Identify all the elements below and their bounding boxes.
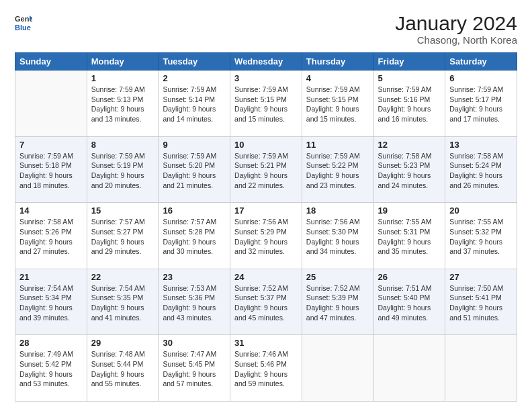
table-row: 30 Sunrise: 7:47 AM Sunset: 5:45 PM Dayl… [159,335,230,402]
day-daylight: Daylight: 9 hours and 15 minutes. [306,104,369,124]
day-sunrise: Sunrise: 7:53 AM [163,283,226,293]
table-row: 2 Sunrise: 7:59 AM Sunset: 5:14 PM Dayli… [159,71,230,137]
table-row: 17 Sunrise: 7:56 AM Sunset: 5:29 PM Dayl… [230,203,302,269]
day-sunrise: Sunrise: 7:51 AM [378,283,441,293]
table-row [302,335,373,402]
table-row: 20 Sunrise: 7:55 AM Sunset: 5:32 PM Dayl… [445,203,517,269]
table-row: 9 Sunrise: 7:59 AM Sunset: 5:20 PM Dayli… [159,136,230,203]
day-sunset: Sunset: 5:36 PM [163,293,226,303]
day-daylight: Daylight: 9 hours and 21 minutes. [163,171,226,190]
table-row: 28 Sunrise: 7:49 AM Sunset: 5:42 PM Dayl… [15,335,87,402]
day-daylight: Daylight: 9 hours and 51 minutes. [449,303,513,322]
day-number: 30 [163,338,226,348]
table-row: 4 Sunrise: 7:59 AM Sunset: 5:15 PM Dayli… [302,71,373,137]
day-daylight: Daylight: 9 hours and 49 minutes. [378,303,441,322]
col-tuesday: Tuesday [159,53,230,71]
day-daylight: Daylight: 9 hours and 39 minutes. [19,303,83,322]
day-number: 17 [234,205,298,216]
day-sunset: Sunset: 5:15 PM [234,95,298,105]
day-number: 21 [19,272,83,282]
day-sunset: Sunset: 5:46 PM [234,359,298,369]
day-sunrise: Sunrise: 7:54 AM [91,283,154,293]
col-sunday: Sunday [15,53,87,71]
page: General Blue January 2024 Chasong, North… [0,0,532,411]
day-number: 26 [378,272,441,282]
logo: General Blue [15,12,32,36]
calendar-week-row: 21 Sunrise: 7:54 AM Sunset: 5:34 PM Dayl… [15,269,517,335]
day-sunset: Sunset: 5:31 PM [378,227,441,237]
day-sunset: Sunset: 5:27 PM [91,227,154,237]
day-sunset: Sunset: 5:40 PM [378,293,441,303]
day-sunrise: Sunrise: 7:59 AM [91,85,154,95]
sub-title: Chasong, North Korea [395,34,517,46]
logo-svg: General Blue [15,12,32,36]
table-row [373,335,445,402]
day-number: 23 [163,272,226,282]
day-sunset: Sunset: 5:23 PM [378,161,441,171]
day-number: 12 [378,140,441,150]
table-row: 14 Sunrise: 7:58 AM Sunset: 5:26 PM Dayl… [15,203,87,269]
day-sunset: Sunset: 5:13 PM [91,95,154,105]
table-row: 27 Sunrise: 7:50 AM Sunset: 5:41 PM Dayl… [445,269,517,335]
day-sunrise: Sunrise: 7:57 AM [91,217,154,227]
title-section: January 2024 Chasong, North Korea [395,12,517,46]
day-sunrise: Sunrise: 7:52 AM [234,283,298,293]
day-daylight: Daylight: 9 hours and 26 minutes. [449,171,513,190]
table-row: 24 Sunrise: 7:52 AM Sunset: 5:37 PM Dayl… [230,269,302,335]
day-daylight: Daylight: 9 hours and 14 minutes. [163,104,226,124]
day-number: 27 [449,272,513,282]
day-sunset: Sunset: 5:39 PM [306,293,369,303]
day-sunrise: Sunrise: 7:58 AM [449,151,513,161]
day-number: 28 [19,338,83,348]
day-number: 6 [449,73,513,83]
day-sunrise: Sunrise: 7:55 AM [449,217,513,227]
day-number: 7 [19,140,83,150]
day-daylight: Daylight: 9 hours and 29 minutes. [91,237,154,257]
day-number: 3 [234,73,298,83]
day-daylight: Daylight: 9 hours and 55 minutes. [91,369,154,389]
day-sunrise: Sunrise: 7:52 AM [306,283,369,293]
day-daylight: Daylight: 9 hours and 45 minutes. [234,303,298,322]
day-sunrise: Sunrise: 7:50 AM [449,283,513,293]
day-sunset: Sunset: 5:42 PM [19,359,83,369]
day-number: 31 [234,338,298,348]
table-row: 23 Sunrise: 7:53 AM Sunset: 5:36 PM Dayl… [159,269,230,335]
day-sunrise: Sunrise: 7:55 AM [378,217,441,227]
day-daylight: Daylight: 9 hours and 16 minutes. [378,104,441,124]
day-sunset: Sunset: 5:20 PM [163,161,226,171]
table-row: 7 Sunrise: 7:59 AM Sunset: 5:18 PM Dayli… [15,136,87,203]
day-number: 29 [91,338,154,348]
day-sunset: Sunset: 5:26 PM [19,227,83,237]
table-row: 5 Sunrise: 7:59 AM Sunset: 5:16 PM Dayli… [373,71,445,137]
day-sunrise: Sunrise: 7:59 AM [234,85,298,95]
day-sunset: Sunset: 5:32 PM [449,227,513,237]
day-sunset: Sunset: 5:24 PM [449,161,513,171]
table-row: 8 Sunrise: 7:59 AM Sunset: 5:19 PM Dayli… [87,136,159,203]
day-sunrise: Sunrise: 7:47 AM [163,349,226,359]
day-daylight: Daylight: 9 hours and 53 minutes. [19,369,83,389]
table-row: 19 Sunrise: 7:55 AM Sunset: 5:31 PM Dayl… [373,203,445,269]
day-number: 4 [306,73,369,83]
day-sunset: Sunset: 5:37 PM [234,293,298,303]
table-row: 25 Sunrise: 7:52 AM Sunset: 5:39 PM Dayl… [302,269,373,335]
day-sunrise: Sunrise: 7:59 AM [19,151,83,161]
day-sunset: Sunset: 5:22 PM [306,161,369,171]
day-sunset: Sunset: 5:18 PM [19,161,83,171]
day-number: 16 [163,205,226,216]
day-daylight: Daylight: 9 hours and 20 minutes. [91,171,154,190]
day-number: 8 [91,140,154,150]
day-sunrise: Sunrise: 7:59 AM [449,85,513,95]
day-sunset: Sunset: 5:14 PM [163,95,226,105]
day-daylight: Daylight: 9 hours and 24 minutes. [378,171,441,190]
col-thursday: Thursday [302,53,373,71]
day-number: 25 [306,272,369,282]
day-sunrise: Sunrise: 7:57 AM [163,217,226,227]
day-sunset: Sunset: 5:30 PM [306,227,369,237]
col-saturday: Saturday [445,53,517,71]
day-sunset: Sunset: 5:41 PM [449,293,513,303]
day-number: 2 [163,73,226,83]
day-daylight: Daylight: 9 hours and 47 minutes. [306,303,369,322]
calendar-week-row: 28 Sunrise: 7:49 AM Sunset: 5:42 PM Dayl… [15,335,517,402]
table-row: 22 Sunrise: 7:54 AM Sunset: 5:35 PM Dayl… [87,269,159,335]
day-number: 15 [91,205,154,216]
